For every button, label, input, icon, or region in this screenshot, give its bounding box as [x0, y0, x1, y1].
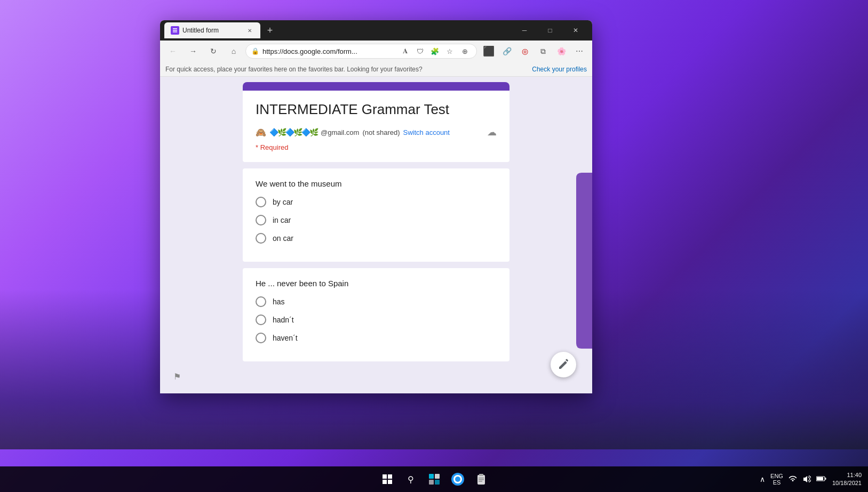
svg-rect-0 [173, 28, 177, 29]
question-2-text: He ... never been to Spain [256, 279, 497, 288]
url-text: https://docs.google.com/form... [262, 47, 395, 55]
cloud-icon: ☁ [487, 126, 497, 138]
home-button[interactable]: ⌂ [225, 43, 242, 60]
forward-button[interactable]: → [185, 43, 202, 60]
svg-rect-19 [479, 478, 484, 479]
address-icons: 𝐀 🛡 🧩 ☆ ⊕ [399, 45, 471, 58]
form-header-card: INTERMEDIATE Grammar Test 🙈 🔷🌿🔷🌿🔷🌿 @gmai… [243, 88, 509, 162]
option-q1-1-label: by car [273, 198, 293, 206]
required-note: * Required [256, 143, 497, 151]
question-1-text: We went to the museum [256, 179, 497, 188]
option-q2-1[interactable]: has [256, 296, 497, 307]
language-primary: ENG [770, 473, 783, 479]
tab-area: Untitled form ✕ + [164, 22, 509, 38]
battery-icon[interactable] [816, 475, 827, 483]
form-wrapper: INTERMEDIATE Grammar Test 🙈 🔷🌿🔷🌿🔷🌿 @gmai… [211, 77, 541, 378]
form-illustration [576, 157, 592, 354]
opera-icon[interactable]: ◎ [516, 43, 533, 60]
option-q2-2[interactable]: hadn´t [256, 314, 497, 325]
svg-rect-20 [479, 479, 484, 480]
favorites-icon[interactable]: ☆ [443, 45, 456, 58]
radio-q1-3[interactable] [256, 233, 266, 244]
page-content[interactable]: INTERMEDIATE Grammar Test 🙈 🔷🌿🔷🌿🔷🌿 @gmai… [160, 77, 592, 393]
search-icon: ⚲ [408, 474, 414, 485]
reload-button[interactable]: ↻ [205, 43, 222, 60]
link-icon[interactable]: 🔗 [498, 43, 515, 60]
taskbar-widgets-button[interactable] [424, 469, 445, 490]
svg-rect-11 [435, 474, 440, 479]
form-banner [243, 82, 509, 88]
option-q1-1[interactable]: by car [256, 197, 497, 207]
tab-close-button[interactable]: ✕ [245, 26, 254, 35]
maximize-button[interactable]: □ [538, 22, 562, 38]
close-button[interactable]: ✕ [563, 22, 588, 38]
report-issue-button[interactable]: ⚑ [169, 368, 186, 385]
option-q2-3[interactable]: haven´t [256, 333, 497, 343]
language-indicator[interactable]: ENG ES [770, 473, 783, 486]
radio-q1-2[interactable] [256, 215, 266, 225]
option-q1-3-label: on car [273, 234, 293, 243]
sidebar-icon[interactable]: ⧉ [535, 43, 552, 60]
extensions-icon[interactable]: 🧩 [428, 45, 441, 58]
desktop: Untitled form ✕ + ─ □ ✕ ← → ↻ ⌂ 🔒 https:… [0, 0, 868, 492]
sharing-status: (not shared) [362, 128, 400, 136]
option-q2-2-label: hadn´t [273, 316, 294, 324]
windows-start-button[interactable] [377, 469, 398, 490]
radio-q1-1[interactable] [256, 197, 266, 207]
clock-time: 11:40 [832, 471, 862, 479]
taskbar-center: ⚲ [377, 469, 492, 490]
svg-rect-21 [479, 481, 482, 482]
favorites-bar: For quick access, place your favorites h… [160, 62, 592, 77]
check-profiles-link[interactable]: Check your profiles [532, 66, 587, 73]
option-q2-3-label: haven´t [273, 334, 298, 342]
fab-edit-button[interactable] [551, 352, 576, 377]
read-aloud-icon[interactable]: 𝐀 [399, 45, 411, 58]
form-title: INTERMEDIATE Grammar Test [256, 101, 497, 118]
svg-rect-2 [173, 31, 177, 33]
title-bar: Untitled form ✕ + ─ □ ✕ [160, 20, 592, 41]
svg-point-16 [455, 477, 460, 482]
radio-q2-2[interactable] [256, 314, 266, 325]
tracking-icon[interactable]: 🛡 [413, 45, 426, 58]
collections-icon[interactable]: ⊕ [458, 45, 471, 58]
tray-expand-button[interactable]: ∧ [760, 475, 765, 483]
windows-logo-icon [383, 474, 392, 484]
new-tab-button[interactable]: + [262, 23, 277, 38]
option-q2-1-label: has [273, 297, 285, 306]
taskbar-zoom-button[interactable] [447, 469, 468, 490]
svg-rect-10 [429, 474, 434, 479]
language-secondary: ES [770, 479, 783, 486]
eye-slash-icon: 🙈 [256, 127, 266, 138]
question-card-1: We went to the museum by car in car on c… [243, 168, 509, 262]
browser-tab-active[interactable]: Untitled form ✕ [164, 22, 260, 38]
favorites-bar-text: For quick access, place your favorites h… [165, 66, 530, 73]
menu-button[interactable]: ⋯ [571, 43, 588, 60]
svg-rect-24 [825, 478, 826, 480]
window-controls: ─ □ ✕ [512, 22, 588, 38]
svg-rect-23 [817, 477, 823, 480]
option-q1-3[interactable]: on car [256, 233, 497, 244]
radio-q2-1[interactable] [256, 296, 266, 307]
option-q1-2[interactable]: in car [256, 215, 497, 225]
minimize-button[interactable]: ─ [512, 22, 537, 38]
option-q1-2-label: in car [273, 216, 291, 224]
address-bar[interactable]: 🔒 https://docs.google.com/form... 𝐀 🛡 🧩 … [245, 44, 477, 59]
clock-date: 10/18/2021 [832, 479, 862, 487]
svg-rect-13 [435, 480, 440, 485]
volume-icon[interactable] [802, 475, 811, 484]
svg-rect-1 [173, 30, 177, 31]
tab-title: Untitled form [182, 27, 242, 34]
lock-icon: 🔒 [251, 47, 259, 55]
switch-account-link[interactable]: Switch account [403, 128, 450, 136]
taskbar-search-button[interactable]: ⚲ [400, 469, 421, 490]
back-button[interactable]: ← [164, 43, 181, 60]
radio-q2-3[interactable] [256, 333, 266, 343]
red-icon[interactable]: ⬛ [480, 43, 497, 60]
profile-icon[interactable]: 🌸 [553, 43, 570, 60]
wifi-icon[interactable] [789, 475, 797, 484]
taskbar: ⚲ [0, 466, 868, 492]
account-emojis: 🔷🌿🔷🌿🔷🌿 [269, 128, 317, 136]
system-clock[interactable]: 11:40 10/18/2021 [832, 471, 862, 488]
question-card-2: He ... never been to Spain has hadn´t ha… [243, 268, 509, 361]
taskbar-clipboard-button[interactable] [471, 469, 492, 490]
